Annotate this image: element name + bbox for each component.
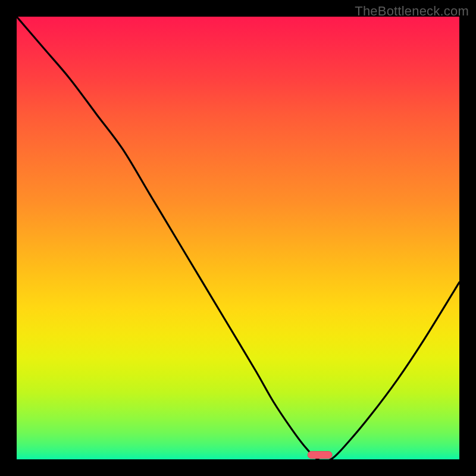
plot-area	[17, 17, 459, 459]
watermark-text: TheBottleneck.com	[355, 4, 469, 19]
highlight-pill	[308, 452, 332, 459]
highlight-marker-layer	[17, 17, 459, 459]
chart-frame: TheBottleneck.com	[0, 0, 476, 476]
